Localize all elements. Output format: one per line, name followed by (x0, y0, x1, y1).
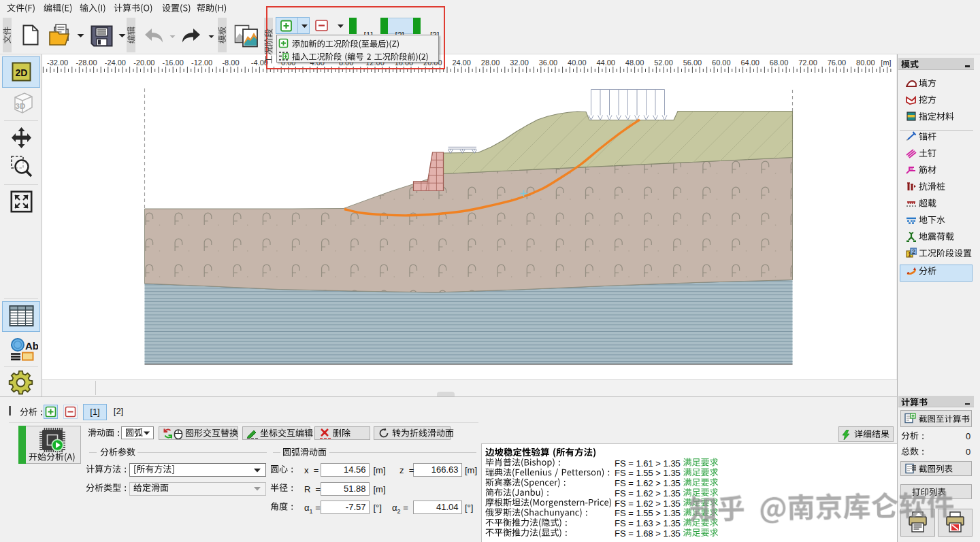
svg-text:40.00: 40.00 (568, 58, 587, 67)
svg-text:64.00: 64.00 (740, 58, 760, 67)
svg-text:-32.00: -32.00 (47, 58, 68, 67)
svg-text:56.00: 56.00 (683, 58, 702, 67)
svg-text:3D: 3D (16, 102, 26, 110)
svg-text:60.00: 60.00 (712, 58, 731, 67)
svg-text:-16.00: -16.00 (163, 58, 184, 67)
svg-text:28.00: 28.00 (481, 58, 500, 67)
svg-text:68.00: 68.00 (770, 58, 789, 67)
svg-text:72.00: 72.00 (798, 58, 817, 67)
svg-text:2: 2 (912, 248, 915, 255)
svg-text:-8.00: -8.00 (222, 58, 239, 67)
svg-text:36.00: 36.00 (539, 58, 558, 67)
svg-text:76.00: 76.00 (828, 58, 847, 67)
svg-text:[m]: [m] (881, 58, 891, 67)
svg-text:-20.00: -20.00 (133, 58, 154, 67)
svg-text:-28.00: -28.00 (76, 58, 97, 67)
svg-text:32.00: 32.00 (510, 58, 529, 67)
svg-text:52.00: 52.00 (654, 58, 673, 67)
svg-text:2D: 2D (16, 67, 28, 78)
svg-text:48.00: 48.00 (625, 58, 644, 67)
svg-text:-12.00: -12.00 (191, 58, 212, 67)
svg-text:80.00: 80.00 (856, 58, 875, 67)
svg-text:44.00: 44.00 (596, 58, 615, 67)
svg-text:-24.00: -24.00 (105, 58, 126, 67)
svg-text:24.00: 24.00 (452, 58, 471, 67)
svg-text:Ab: Ab (25, 340, 38, 352)
